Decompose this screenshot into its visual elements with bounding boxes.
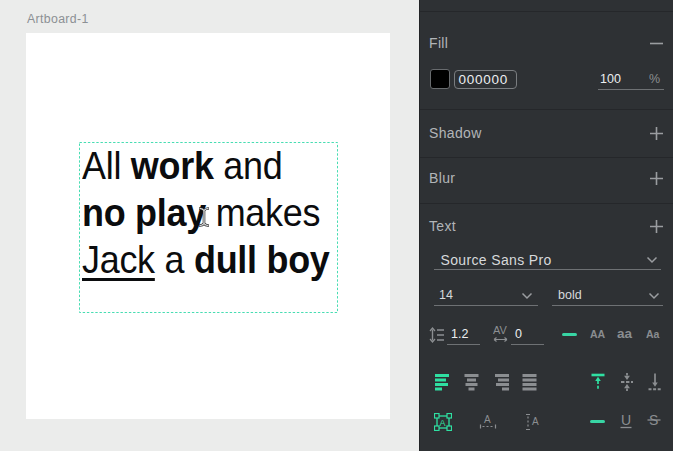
fixed-size-button[interactable]: A [434, 413, 452, 431]
align-left-button[interactable] [435, 374, 450, 391]
font-family-select[interactable]: Source Sans Pro [434, 252, 661, 270]
chevron-down-icon [521, 292, 533, 300]
align-right-button[interactable] [494, 374, 509, 391]
font-weight-value: bold [552, 288, 582, 302]
svg-text:A: A [532, 416, 539, 427]
fill-section-label: Fill [429, 36, 448, 50]
font-family-value: Source Sans Pro [434, 252, 552, 268]
fill-opacity-percent: % [649, 73, 660, 86]
text-content[interactable]: All work andno play makesJack a dull boy [82, 142, 337, 283]
add-shadow-button[interactable] [649, 126, 664, 141]
font-size-select[interactable]: 14 [434, 288, 538, 306]
collapse-fill-button[interactable] [649, 36, 664, 51]
line-height-icon [429, 327, 444, 343]
svg-text:A: A [440, 418, 446, 428]
divider [420, 109, 673, 110]
divider [420, 157, 673, 158]
chevron-down-icon [648, 292, 660, 300]
valign-top-button[interactable] [591, 373, 605, 391]
shadow-section-label: Shadow [429, 126, 482, 140]
letter-spacing-icon: AV [493, 325, 508, 343]
decoration-none-button[interactable] [590, 420, 605, 423]
underline-button[interactable]: U [618, 412, 634, 430]
case-lower-button[interactable]: aa [617, 326, 632, 341]
font-weight-select[interactable]: bold [552, 288, 663, 306]
fill-opacity-input[interactable]: 100 [600, 73, 621, 86]
text-section-label: Text [429, 219, 456, 233]
fill-opacity-underline [598, 89, 664, 90]
canvas-area[interactable]: Artboard-1 All work andno play makesJack… [0, 0, 419, 451]
case-upper-button[interactable]: AA [590, 328, 605, 340]
add-text-style-button[interactable] [649, 219, 664, 234]
artboard-label[interactable]: Artboard-1 [27, 13, 89, 25]
selected-text-box[interactable]: All work andno play makesJack a dull boy [79, 142, 338, 313]
svg-text:A: A [484, 414, 491, 425]
svg-text:AV: AV [493, 325, 508, 336]
align-center-button[interactable] [464, 374, 479, 391]
letter-spacing-input[interactable]: 0 [511, 327, 544, 345]
valign-middle-button[interactable] [620, 373, 634, 391]
auto-height-button[interactable]: A [523, 413, 541, 431]
auto-width-button[interactable]: A [479, 413, 497, 431]
divider [420, 11, 673, 12]
add-blur-button[interactable] [649, 171, 664, 186]
valign-bottom-button[interactable] [648, 373, 662, 391]
align-justify-button[interactable] [522, 374, 537, 391]
line-height-input[interactable]: 1.2 [447, 327, 480, 345]
blur-section-label: Blur [429, 171, 455, 185]
strikethrough-button[interactable]: S [646, 412, 662, 430]
divider [420, 203, 673, 204]
artboard[interactable]: All work andno play makesJack a dull boy [26, 33, 390, 419]
case-title-button[interactable]: Aa [646, 328, 659, 340]
inspector-panel: Fill 000000 100 % Shadow Blur Text Sourc… [419, 0, 673, 451]
chevron-down-icon [646, 256, 658, 264]
font-size-value: 14 [434, 288, 453, 302]
fill-hex-input[interactable]: 000000 [454, 70, 517, 90]
app-window: Artboard-1 All work andno play makesJack… [0, 0, 673, 451]
text-cursor-icon [199, 207, 209, 227]
fill-color-swatch[interactable] [430, 69, 450, 89]
case-none-button[interactable] [562, 333, 577, 336]
svg-text:U: U [621, 412, 631, 428]
